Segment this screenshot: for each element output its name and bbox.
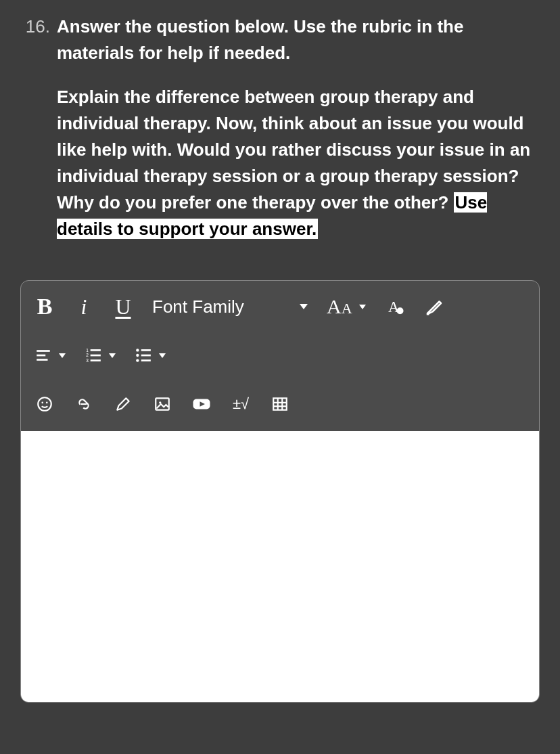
bold-button[interactable]: B [34,294,55,319]
svg-rect-24 [273,398,287,409]
question-text: Answer the question below. Use the rubri… [57,14,540,260]
font-family-label: Font Family [152,296,244,317]
svg-point-11 [136,349,139,351]
question-prompt: Explain the difference between group the… [57,84,540,242]
editor-textarea[interactable] [21,431,539,702]
table-icon [271,395,289,413]
link-button[interactable] [74,392,94,416]
rich-text-editor: B i U Font Family AA A [20,280,540,703]
draw-button[interactable] [113,392,133,416]
pencil-icon [114,395,132,413]
svg-point-13 [136,359,139,361]
video-button[interactable] [191,392,212,416]
video-icon [191,394,212,414]
font-color-icon: A [385,296,405,317]
bullet-list-icon [135,347,152,364]
svg-text:3: 3 [86,358,89,363]
align-left-icon [34,347,52,364]
toolbar-row-3: ±√ [34,391,526,418]
svg-point-1 [396,307,403,314]
toolbar-row-2: 1 2 3 [34,342,526,369]
chevron-down-icon [300,304,308,309]
underline-button[interactable]: U [113,294,133,319]
font-family-dropdown[interactable]: Font Family [152,296,308,317]
font-color-button[interactable]: A [385,294,405,319]
chevron-down-icon [159,353,166,358]
chevron-down-icon [359,305,366,309]
math-button[interactable]: ±√ [231,392,251,416]
highlighter-button[interactable] [424,294,444,319]
question-instruction: Answer the question below. Use the rubri… [57,14,540,66]
font-size-icon: AA [327,295,352,318]
svg-point-19 [46,402,48,404]
question-number: 16. [20,14,50,260]
ordered-list-icon: 1 2 3 [85,347,102,364]
image-icon [154,395,171,413]
chevron-down-icon [59,353,66,358]
svg-point-12 [136,354,139,357]
question-block: 16. Answer the question below. Use the r… [20,14,540,260]
ordered-list-dropdown[interactable]: 1 2 3 [85,343,116,368]
editor-toolbar: B i U Font Family AA A [21,281,539,431]
font-size-dropdown[interactable]: AA [327,294,366,319]
table-button[interactable] [270,392,290,416]
image-button[interactable] [152,392,172,416]
highlighter-icon [424,296,444,317]
emoji-button[interactable] [34,392,55,416]
bullet-list-dropdown[interactable] [135,343,166,368]
emoji-icon [36,395,53,413]
chevron-down-icon [109,353,116,358]
toolbar-row-1: B i U Font Family AA A [34,293,526,320]
italic-button[interactable]: i [74,294,94,319]
link-icon [75,395,93,413]
align-dropdown[interactable] [34,343,66,368]
svg-text:2: 2 [86,353,89,357]
svg-point-17 [38,397,51,411]
svg-point-18 [41,402,43,404]
svg-text:1: 1 [86,348,89,353]
